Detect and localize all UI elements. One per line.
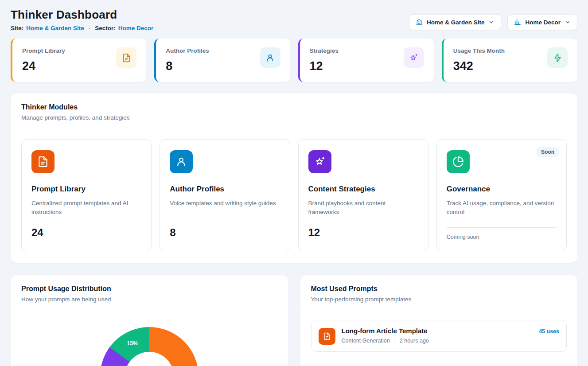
- site-selector-dropdown[interactable]: Home & Garden Site: [409, 14, 502, 30]
- module-description: Track AI usage, compliance, and version …: [447, 199, 557, 218]
- star-sparkle-icon: [308, 150, 331, 173]
- prompts-title: Most Used Prompts: [311, 285, 567, 293]
- stats-row: Prompt Library 24 Author Profiles 8 Stra…: [11, 39, 577, 82]
- prompts-subtitle: Your top-performing prompt templates: [311, 296, 567, 303]
- module-value: 8: [170, 226, 280, 239]
- user-icon: [260, 47, 280, 68]
- thinker-dashboard-page: Thinker Dashboard Site: Home & Garden Si…: [0, 0, 588, 366]
- module-description: Centralized prompt templates and AI inst…: [31, 199, 141, 218]
- chevron-down-icon: [488, 19, 495, 25]
- prompts-list: Long-form Article Template Content Gener…: [300, 311, 578, 361]
- separator-dot: ·: [89, 25, 91, 31]
- stat-value: 24: [22, 59, 65, 73]
- thinker-modules-panel: Thinker Modules Manage prompts, profiles…: [11, 93, 577, 263]
- title-block: Thinker Dashboard Site: Home & Garden Si…: [11, 8, 153, 31]
- stat-label: Usage This Month: [453, 47, 505, 54]
- stat-value: 8: [166, 59, 209, 73]
- prompt-uses-badge: 45 uses: [539, 328, 559, 335]
- module-description: Brand playbooks and content frameworks: [308, 199, 418, 218]
- site-label: Site:: [11, 25, 23, 31]
- coming-soon-text: Coming soon: [447, 227, 557, 240]
- module-card-governance[interactable]: Soon Governance Track AI usage, complian…: [436, 139, 567, 251]
- sector-link[interactable]: Home Decor: [118, 25, 154, 31]
- module-value: 24: [31, 226, 141, 239]
- prompt-title: Long-form Article Template: [342, 327, 533, 335]
- prompt-list-item[interactable]: Long-form Article Template Content Gener…: [311, 320, 567, 352]
- modules-header: Thinker Modules Manage prompts, profiles…: [11, 93, 577, 129]
- module-title: Author Profiles: [170, 185, 280, 194]
- file-text-icon: [31, 150, 55, 173]
- stat-label: Strategies: [310, 47, 339, 54]
- module-description: Voice templates and writing style guides: [170, 199, 280, 218]
- chevron-down-icon: [565, 19, 571, 25]
- stat-card-usage: Usage This Month 342: [442, 39, 577, 82]
- prompt-time: 2 hours ago: [400, 338, 429, 344]
- user-icon: [170, 150, 193, 173]
- site-link[interactable]: Home & Garden Site: [26, 25, 84, 31]
- pie-chart-icon: [447, 150, 470, 173]
- stat-info: Strategies 12: [310, 47, 339, 73]
- prompt-text: Long-form Article Template Content Gener…: [342, 327, 533, 344]
- stat-value: 342: [453, 59, 505, 73]
- soon-badge: Soon: [536, 147, 559, 157]
- usage-title: Prompt Usage Distribution: [21, 285, 277, 293]
- prompts-header: Most Used Prompts Your top-performing pr…: [300, 275, 578, 311]
- usage-header: Prompt Usage Distribution How your promp…: [11, 275, 288, 311]
- topbar: Thinker Dashboard Site: Home & Garden Si…: [11, 8, 577, 31]
- prompt-meta: Content Generation · 2 hours ago: [342, 338, 533, 344]
- prompt-category: Content Generation: [342, 338, 390, 344]
- module-value: 12: [308, 226, 418, 239]
- module-title: Governance: [447, 185, 557, 194]
- meta-separator-dot: ·: [394, 338, 396, 344]
- modules-title: Thinker Modules: [21, 103, 567, 111]
- module-title: Prompt Library: [31, 185, 141, 194]
- bar-chart-icon: [514, 19, 521, 26]
- donut-percentage-label: 15%: [127, 340, 138, 347]
- file-text-icon: [319, 328, 335, 345]
- most-used-prompts-panel: Most Used Prompts Your top-performing pr…: [300, 275, 578, 366]
- site-selector-label: Home & Garden Site: [427, 19, 485, 26]
- stat-value: 12: [310, 59, 339, 73]
- modules-subtitle: Manage prompts, profiles, and strategies: [21, 114, 567, 121]
- stat-label: Prompt Library: [22, 47, 65, 54]
- stat-card-author-profiles: Author Profiles 8: [154, 39, 290, 82]
- building-icon: [416, 19, 423, 26]
- usage-chart-area: 15%: [11, 311, 288, 366]
- module-card-content-strategies[interactable]: Content Strategies Brand playbooks and c…: [298, 139, 428, 251]
- file-text-icon: [116, 47, 136, 68]
- lightning-icon: [547, 47, 568, 68]
- bottom-row: Prompt Usage Distribution How your promp…: [11, 275, 577, 366]
- module-card-prompt-library[interactable]: Prompt Library Centralized prompt templa…: [21, 139, 152, 251]
- usage-donut-chart[interactable]: 15%: [100, 327, 199, 366]
- modules-grid: Prompt Library Centralized prompt templa…: [11, 129, 577, 263]
- stat-card-prompt-library: Prompt Library 24: [11, 39, 146, 82]
- breadcrumb: Site: Home & Garden Site · Sector: Home …: [11, 25, 153, 31]
- stat-card-strategies: Strategies 12: [298, 39, 434, 82]
- sector-label: Sector:: [95, 25, 116, 31]
- stat-label: Author Profiles: [166, 47, 209, 54]
- module-card-author-profiles[interactable]: Author Profiles Voice templates and writ…: [160, 139, 290, 251]
- stat-info: Usage This Month 342: [453, 47, 505, 73]
- selectors: Home & Garden Site Home Decor: [409, 14, 577, 30]
- page-title: Thinker Dashboard: [11, 8, 153, 22]
- prompt-usage-panel: Prompt Usage Distribution How your promp…: [11, 275, 288, 366]
- sector-selector-label: Home Decor: [525, 19, 561, 26]
- usage-subtitle: How your prompts are being used: [21, 296, 277, 303]
- star-sparkle-icon: [404, 47, 424, 68]
- stat-info: Author Profiles 8: [166, 47, 209, 73]
- sector-selector-dropdown[interactable]: Home Decor: [507, 14, 577, 30]
- module-title: Content Strategies: [308, 185, 418, 194]
- stat-info: Prompt Library 24: [22, 47, 65, 73]
